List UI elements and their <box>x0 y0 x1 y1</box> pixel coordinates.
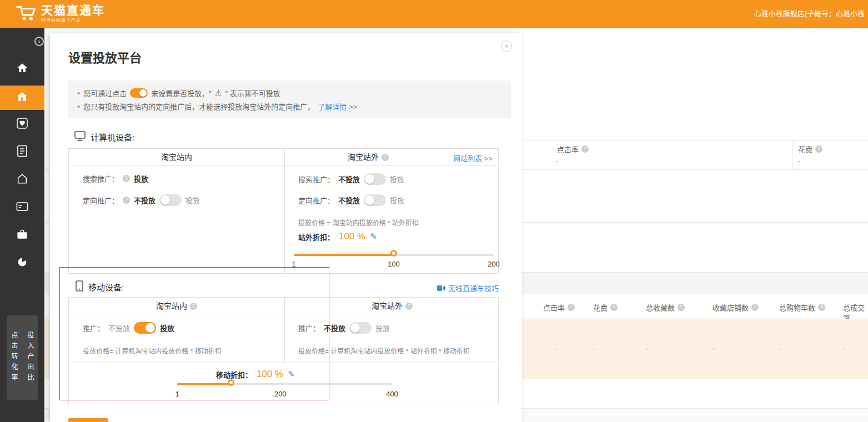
offsite-discount-slider[interactable] <box>294 254 494 256</box>
notice-line-1: • 您可通过点击 来设置是否投放，" ⚠ " 表示暂不可投放 <box>77 88 502 98</box>
bg-table2-header: 收藏店铺数 ? <box>713 302 759 313</box>
search-promo-state: 投放 <box>134 173 148 184</box>
computer-icon <box>74 131 86 143</box>
metric-click-conversion-label: 点击转化率 <box>9 331 19 384</box>
onsite-target-row: 定向推广： ? 不投放 投放 <box>83 194 200 206</box>
slider-max-label: 400 <box>386 390 398 398</box>
computer-platform-table: 淘宝站内 淘宝站外 ? 网站列表 >> 搜索推广： ? 投放 定向推广： ? 不… <box>68 148 499 274</box>
mobile-onsite-toggle[interactable] <box>134 322 156 334</box>
document-icon <box>17 145 28 159</box>
col-header: 点击率 <box>543 302 565 313</box>
offsite-slider-labels: 1 100 200 <box>294 260 494 269</box>
learn-more-link[interactable]: 了解详情 >> <box>318 101 357 112</box>
target-promo-label: 定向推广： <box>83 195 119 205</box>
app-logo[interactable]: 天猫直通车 阿里妈妈旗下产品 <box>16 3 105 23</box>
taobao-onsite-header: 淘宝站内 <box>69 149 284 165</box>
shop-icon <box>16 173 28 187</box>
sidebar-item-tools[interactable] <box>0 223 44 248</box>
notice-text: 您可通过点击 <box>83 88 127 98</box>
info-icon[interactable]: ? <box>382 154 389 161</box>
website-list-link[interactable]: 网站列表 >> <box>453 153 493 163</box>
briefcase-icon <box>16 229 28 242</box>
mobile-onsite-header: 淘宝站内 ? <box>69 298 284 314</box>
edit-icon[interactable]: ✎ <box>370 232 377 242</box>
bg-table2-header: 花费 ? <box>593 302 618 313</box>
wireless-tips-link-row: 无线直通车技巧 <box>437 283 499 293</box>
col-title-text: 淘宝站外 <box>348 149 379 165</box>
column-divider <box>284 298 285 363</box>
mobile-discount-slider[interactable] <box>177 383 392 385</box>
bg-table1-header-cost: 花费 ? <box>798 144 822 154</box>
taobao-offsite-header: 淘宝站外 ? <box>285 149 451 165</box>
bg-table1-value-cost: - <box>798 157 800 165</box>
computer-section-header: 计算机设备: <box>74 131 134 143</box>
app-header: 天猫直通车 阿里妈妈旗下产品 心雅小栈旗舰店(子帐号：心雅小栈 <box>0 0 868 28</box>
mobile-offsite-toggle[interactable] <box>349 322 372 334</box>
save-button[interactable] <box>68 418 108 422</box>
col-header: 收藏店铺数 <box>713 302 749 313</box>
sidebar-metrics-panel[interactable]: 点击转化率 投入产出比 <box>7 315 38 400</box>
video-camera-icon <box>437 285 445 291</box>
target-on-label: 投放 <box>390 195 404 205</box>
col-header-ctr: 点击率 <box>557 144 579 154</box>
divider <box>69 363 498 363</box>
slider-mid-label: 100 <box>388 260 400 268</box>
info-icon[interactable]: ? <box>610 304 618 311</box>
promo-off-label: 不投放 <box>108 323 130 333</box>
slider-handle[interactable] <box>228 379 234 386</box>
info-icon[interactable]: ? <box>190 303 197 310</box>
sidebar-item-favorites[interactable] <box>0 112 44 137</box>
bg-table1-value-ctr: - <box>555 157 558 165</box>
info-icon[interactable]: ? <box>123 197 130 204</box>
slider-handle[interactable] <box>390 250 397 257</box>
close-icon[interactable]: × <box>501 41 512 52</box>
mobile-section-title: 移动设备: <box>88 281 124 293</box>
mobile-platform-table: 淘宝站内 ? 淘宝站外 ? 推广： 不投放 投放 投放价格= 计算机淘宝站内投放… <box>68 297 499 404</box>
cell-value: - <box>593 344 595 353</box>
mobile-section-header: 移动设备: <box>76 280 124 293</box>
offsite-discount-label: 站外折扣： <box>298 232 334 242</box>
info-icon[interactable]: ? <box>581 145 589 153</box>
info-icon[interactable]: ? <box>818 304 825 311</box>
id-card-icon <box>16 202 28 214</box>
campaign-icon <box>16 91 28 105</box>
info-icon[interactable]: ? <box>815 145 822 153</box>
warning-icon: ⚠ <box>215 88 222 97</box>
offsite-discount-value: 100 % <box>339 231 365 242</box>
info-notice-box: • 您可通过点击 来设置是否投放，" ⚠ " 表示暂不可投放 • 您只有投放淘宝… <box>68 81 511 118</box>
sidebar-item-home[interactable] <box>0 57 44 81</box>
target-off-label: 不投放 <box>338 195 360 205</box>
info-icon[interactable]: ? <box>568 304 575 311</box>
column-divider <box>284 149 285 274</box>
modal-title: 设置投放平台 <box>68 48 142 66</box>
sidebar-expand-icon[interactable]: › <box>34 37 44 46</box>
offsite-search-toggle[interactable] <box>364 173 386 185</box>
edit-icon[interactable]: ✎ <box>288 369 295 379</box>
info-icon[interactable]: ? <box>751 304 759 311</box>
target-promo-label: 定向推广： <box>298 195 334 205</box>
col-header: 花费 <box>593 302 608 313</box>
heart-icon <box>16 117 28 132</box>
col-header-cost: 花费 <box>798 144 812 154</box>
home-icon <box>16 62 28 76</box>
platform-settings-modal: × 设置投放平台 • 您可通过点击 来设置是否投放，" ⚠ " 表示暂不可投放 … <box>50 33 522 422</box>
sidebar-item-campaign-active[interactable] <box>0 86 44 110</box>
wireless-tips-link[interactable]: 无线直通车技巧 <box>448 283 499 293</box>
info-icon[interactable]: ? <box>405 303 413 310</box>
main-content: 点击率 ? 花费 ? - - 点击率 ? 花费 ? 总收藏数 ? 收藏店铺数 ?… <box>44 28 868 422</box>
mobile-offsite-formula: 投放价格= 计算机淘宝站内投放价格 * 站外折扣 * 移动折扣 <box>298 346 470 355</box>
sidebar-item-shop[interactable] <box>0 168 44 192</box>
mobile-slider-labels: 1 200 400 <box>177 390 392 399</box>
notice-line-2: • 您只有投放淘宝站内的定向推广后，才能选择投放淘宝站外的定向推广， 了解详情 … <box>77 101 502 112</box>
info-icon[interactable]: ? <box>123 175 130 182</box>
info-icon[interactable]: ? <box>678 304 685 311</box>
onsite-target-toggle[interactable] <box>159 194 182 206</box>
offsite-target-toggle[interactable] <box>364 194 386 206</box>
sidebar-item-account-card[interactable] <box>0 195 44 220</box>
sidebar-item-data[interactable] <box>0 251 44 275</box>
computer-section-title: 计算机设备: <box>91 131 134 143</box>
divider <box>792 140 793 169</box>
left-sidebar: › <box>0 28 44 422</box>
account-name[interactable]: 心雅小栈旗舰店(子帐号：心雅小栈 <box>754 0 865 28</box>
sidebar-item-reports[interactable] <box>0 140 44 164</box>
